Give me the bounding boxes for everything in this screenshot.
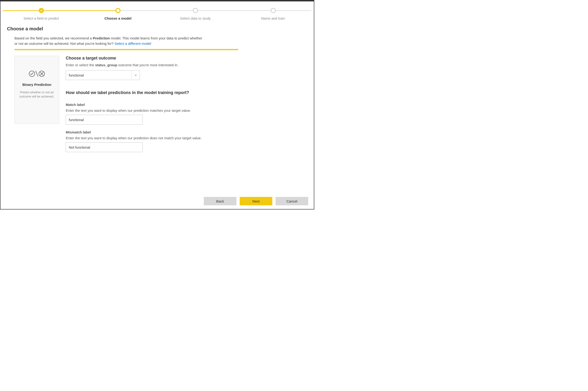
model-card-title: Binary Prediction <box>17 83 56 87</box>
model-card-binary-prediction: Binary Prediction Predict whether or not… <box>14 56 59 124</box>
step-label: Select data to study <box>180 16 211 20</box>
labels-heading: How should we label predictions in the m… <box>66 90 300 95</box>
binary-prediction-icon <box>17 70 56 78</box>
cancel-button[interactable]: Cancel <box>276 197 308 205</box>
intro-text: Based on the field you selected, we reco… <box>14 36 206 46</box>
step-2: Choose a model <box>104 8 132 20</box>
match-label-heading: Match label <box>66 103 300 107</box>
page-title: Choose a model <box>7 26 314 31</box>
select-different-model-link[interactable]: Select a different model <box>114 42 151 45</box>
step-label: Choose a model <box>104 16 132 20</box>
model-card-description: Predict whether or not an outcome will b… <box>17 90 56 99</box>
target-sub-prefix: Enter or select the <box>66 63 95 67</box>
next-button[interactable]: Next <box>240 197 272 205</box>
target-outcome-dropdown[interactable]: functional <box>66 70 140 80</box>
intro-prefix: Based on the field you selected, we reco… <box>14 36 93 40</box>
target-sub-suffix: outcome that you're most interested in. <box>117 63 178 67</box>
step-3: Select data to study <box>180 8 211 20</box>
match-label-input[interactable] <box>66 115 143 125</box>
svg-point-0 <box>29 71 35 77</box>
step-1: Select a field to predict <box>24 8 59 20</box>
intro-model-name: Prediction <box>93 36 110 40</box>
match-label-subtext: Enter the text you want to display when … <box>66 108 300 112</box>
step-4: Name and train <box>261 8 285 20</box>
chevron-down-icon <box>131 71 140 80</box>
target-field-name: status_group <box>95 63 117 67</box>
svg-line-1 <box>36 71 38 77</box>
mismatch-label-subtext: Enter the text you want to display when … <box>66 136 300 140</box>
step-label: Name and train <box>261 16 285 20</box>
target-outcome-heading: Choose a target outcome <box>66 56 300 61</box>
step-circle-icon <box>270 8 276 13</box>
wizard-footer: Back Next Cancel <box>204 197 308 205</box>
step-circle-icon <box>193 8 198 13</box>
step-circle-icon <box>39 8 44 13</box>
target-outcome-value: functional <box>66 71 131 80</box>
mismatch-label-heading: Mismatch label <box>66 130 300 134</box>
back-button[interactable]: Back <box>204 197 236 205</box>
window-topbar <box>0 0 314 1</box>
step-circle-icon <box>115 8 121 13</box>
target-outcome-subtext: Enter or select the status_group outcome… <box>66 63 300 67</box>
stepper-progress <box>3 10 118 11</box>
mismatch-label-input[interactable] <box>66 142 143 152</box>
divider-bar <box>14 49 238 50</box>
wizard-stepper: Select a field to predictChoose a modelS… <box>0 8 314 24</box>
step-label: Select a field to predict <box>24 16 59 20</box>
